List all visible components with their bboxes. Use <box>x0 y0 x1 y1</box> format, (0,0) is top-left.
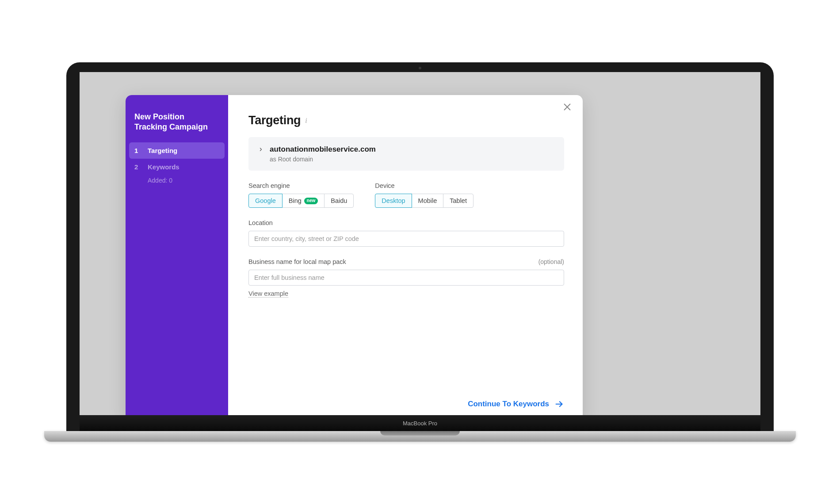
camera-dot <box>419 67 421 69</box>
engine-option-baidu[interactable]: Baidu <box>324 194 354 208</box>
step-keywords[interactable]: 2 Keywords <box>126 159 228 175</box>
search-engine-label: Search engine <box>248 182 354 189</box>
engine-option-label: Google <box>255 197 276 204</box>
location-input[interactable] <box>248 231 564 247</box>
engine-option-google[interactable]: Google <box>248 194 283 208</box>
step-list: 1 Targeting 2 Keywords Added: 0 <box>126 142 228 184</box>
view-example-link[interactable]: View example <box>248 290 288 298</box>
info-icon[interactable]: i <box>305 117 307 125</box>
laptop-screen: New Position Tracking Campaign 1 Targeti… <box>80 72 760 415</box>
engine-option-bing[interactable]: Bing new <box>282 194 325 208</box>
laptop-base <box>44 431 796 442</box>
step-label: Keywords <box>148 163 179 171</box>
business-label: Business name for local map pack <box>248 258 346 265</box>
location-label: Location <box>248 219 564 226</box>
step-label: Targeting <box>148 147 177 154</box>
device-segmented: Desktop Mobile Tablet <box>375 194 473 208</box>
modal-footer: Continue To Keywords <box>248 390 564 409</box>
engine-option-label: Baidu <box>331 197 347 204</box>
page-title-row: Targeting i <box>248 114 564 127</box>
search-engine-segmented: Google Bing new Baidu <box>248 194 354 208</box>
step-number: 1 <box>134 147 140 154</box>
laptop-label: MacBook Pro <box>403 420 437 427</box>
sidebar-title: New Position Tracking Campaign <box>126 112 228 142</box>
domain-row: autonationmobileservice.com <box>258 145 554 154</box>
device-label: Device <box>375 182 473 189</box>
domain-name: autonationmobileservice.com <box>270 145 376 154</box>
device-option-desktop[interactable]: Desktop <box>375 194 412 208</box>
device-group: Device Desktop Mobile Tablet <box>375 182 473 208</box>
chevron-right-icon <box>258 147 263 152</box>
domain-box[interactable]: autonationmobileservice.com as Root doma… <box>248 137 564 171</box>
business-section: Business name for local map pack (option… <box>248 258 564 298</box>
search-engine-group: Search engine Google Bing new <box>248 182 354 208</box>
wizard-sidebar: New Position Tracking Campaign 1 Targeti… <box>126 95 228 415</box>
device-option-label: Tablet <box>450 197 467 204</box>
engine-option-label: Bing <box>289 197 302 204</box>
laptop-body: New Position Tracking Campaign 1 Targeti… <box>66 62 774 431</box>
new-badge: new <box>304 198 318 204</box>
business-label-row: Business name for local map pack (option… <box>248 258 564 265</box>
device-option-label: Desktop <box>382 197 405 204</box>
continue-button[interactable]: Continue To Keywords <box>468 399 564 409</box>
domain-subtitle: as Root domain <box>258 156 554 163</box>
business-name-input[interactable] <box>248 270 564 286</box>
laptop-bottom-bar: MacBook Pro <box>80 415 760 431</box>
close-icon <box>562 102 572 112</box>
main-panel: Targeting i autonationmobileservice.com … <box>228 95 583 415</box>
page-title: Targeting <box>248 114 301 127</box>
device-option-tablet[interactable]: Tablet <box>443 194 473 208</box>
device-option-label: Mobile <box>418 197 437 204</box>
engine-device-row: Search engine Google Bing new <box>248 182 564 208</box>
continue-label: Continue To Keywords <box>468 400 549 409</box>
device-option-mobile[interactable]: Mobile <box>412 194 444 208</box>
optional-label: (optional) <box>538 258 564 265</box>
arrow-right-icon <box>554 399 564 409</box>
campaign-modal: New Position Tracking Campaign 1 Targeti… <box>126 95 583 415</box>
location-section: Location <box>248 219 564 247</box>
step-number: 2 <box>134 163 140 171</box>
step-targeting[interactable]: 1 Targeting <box>129 142 225 159</box>
step-keywords-sub: Added: 0 <box>126 175 228 184</box>
laptop-mockup: New Position Tracking Campaign 1 Targeti… <box>66 62 774 442</box>
close-button[interactable] <box>562 102 575 115</box>
laptop-notch <box>380 431 460 435</box>
